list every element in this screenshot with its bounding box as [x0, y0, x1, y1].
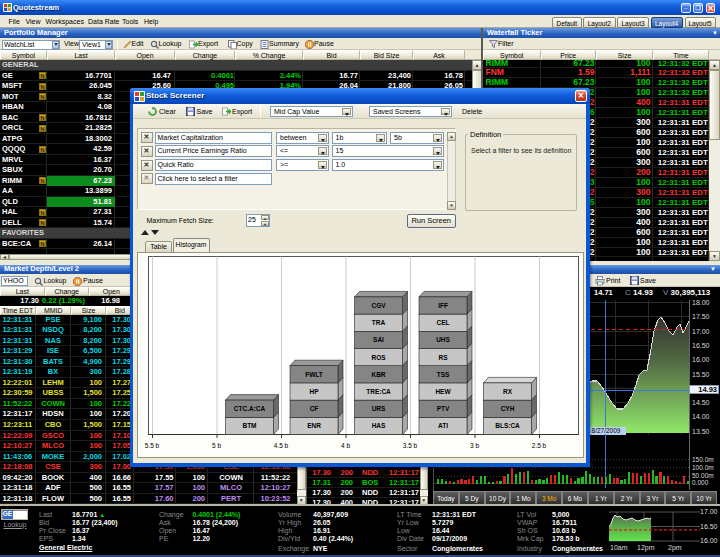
svg-text:TRA: TRA [371, 319, 385, 326]
svg-text:CF: CF [309, 405, 318, 412]
svg-text:KBR: KBR [371, 370, 385, 377]
svg-text:ROS: ROS [371, 353, 386, 360]
svg-text:UHS: UHS [436, 336, 450, 343]
svg-text:TSS: TSS [436, 370, 449, 377]
svg-text:CEL: CEL [436, 319, 449, 326]
svg-text:RS: RS [438, 353, 448, 360]
svg-text:HAS: HAS [371, 422, 385, 429]
svg-text:SAI: SAI [373, 336, 384, 343]
svg-text:ENR: ENR [307, 422, 321, 429]
svg-text:URS: URS [371, 405, 385, 412]
svg-text:CTC.A:CA: CTC.A:CA [233, 405, 265, 412]
svg-text:HP: HP [309, 388, 319, 395]
svg-text:ATI: ATI [438, 422, 448, 429]
svg-text:CYH: CYH [500, 405, 514, 412]
svg-text:BLS:CA: BLS:CA [495, 422, 520, 429]
svg-text:BTM: BTM [242, 422, 256, 429]
svg-text:CGV: CGV [371, 302, 386, 309]
svg-text:RX: RX [502, 388, 512, 395]
svg-text:PTV: PTV [436, 405, 449, 412]
svg-text:HEW: HEW [435, 388, 451, 395]
svg-text:IFF: IFF [438, 302, 448, 309]
svg-text:FWLT: FWLT [305, 370, 323, 377]
svg-text:TRE:CA: TRE:CA [366, 388, 391, 395]
